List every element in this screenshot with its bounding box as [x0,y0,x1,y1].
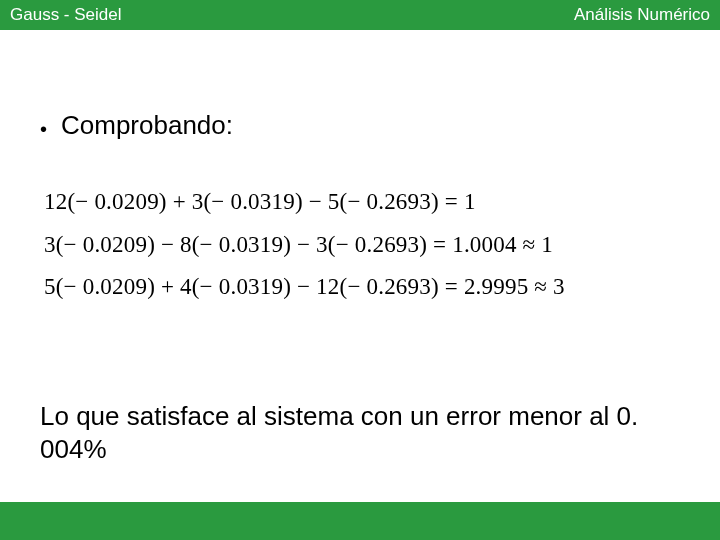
header-right: Análisis Numérico [574,5,710,25]
conclusion-text: Lo que satisface al sistema con un error… [40,400,680,465]
equation-line-2: 3(− 0.0209) − 8(− 0.0319) − 3(− 0.2693) … [44,224,680,267]
body-content: • Comprobando: 12(− 0.0209) + 3(− 0.0319… [40,110,680,309]
header-left: Gauss - Seidel [10,5,122,25]
bullet-label: Comprobando: [61,110,233,141]
bullet-dot-icon: • [40,119,47,139]
equation-line-3: 5(− 0.0209) + 4(− 0.0319) − 12(− 0.2693)… [44,266,680,309]
bullet-item: • Comprobando: [40,110,680,141]
equations-block: 12(− 0.0209) + 3(− 0.0319) − 5(− 0.2693)… [44,181,680,309]
footer-bar [0,502,720,540]
equation-line-1: 12(− 0.0209) + 3(− 0.0319) − 5(− 0.2693)… [44,181,680,224]
header-bar: Gauss - Seidel Análisis Numérico [0,0,720,30]
slide: Gauss - Seidel Análisis Numérico • Compr… [0,0,720,540]
